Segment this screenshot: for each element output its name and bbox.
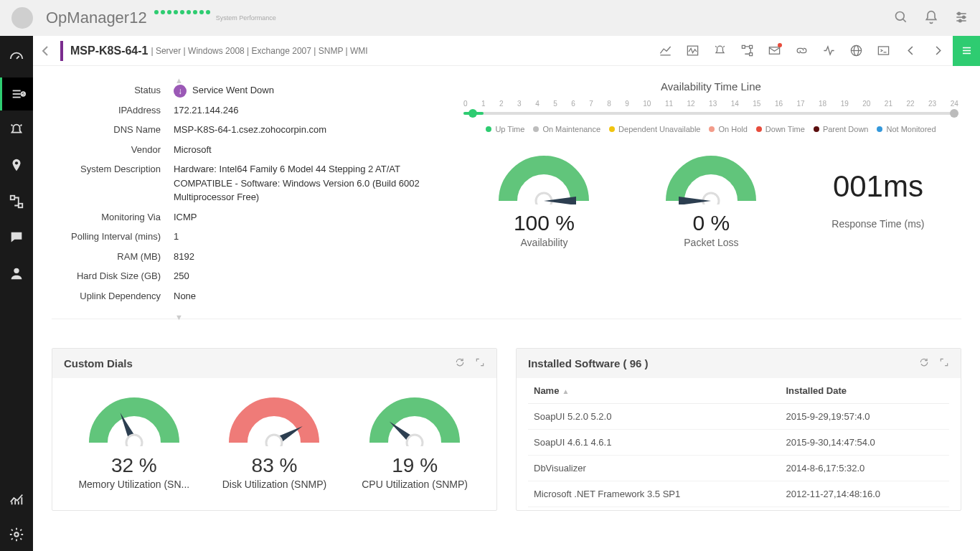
value-dns: MSP-K8S-64-1.csez.zohocorpin.com <box>174 123 446 137</box>
dial-label: Memory Utilization (SN... <box>66 479 202 490</box>
timeline-tick: 3 <box>517 100 522 108</box>
timeline-track[interactable] <box>463 112 958 115</box>
table-row[interactable]: DbVisualizer2014-8-6,17:5:32.0 <box>528 456 949 481</box>
svg-point-46 <box>266 435 282 446</box>
svg-point-44 <box>126 435 142 446</box>
timeline-tick: 20 <box>862 100 870 108</box>
refresh-icon[interactable] <box>919 357 929 369</box>
sidebar-item-alarms[interactable] <box>0 113 33 146</box>
collapse-up-icon[interactable]: ▲ <box>175 76 183 85</box>
label-ram: RAM (MB) <box>52 250 174 264</box>
label-dns: DNS Name <box>52 123 174 137</box>
svg-point-41 <box>703 193 719 204</box>
svg-line-26 <box>723 46 725 47</box>
svg-line-25 <box>715 46 717 47</box>
col-header-date[interactable]: Installed Date <box>780 378 949 404</box>
expand-icon[interactable] <box>939 357 949 369</box>
back-button[interactable] <box>33 36 57 66</box>
timeline-tick: 16 <box>775 100 783 108</box>
sidebar-item-reports[interactable] <box>0 482 33 515</box>
table-row[interactable]: SoapUI 5.2.0 5.2.02015-9-29,19:57:4.0 <box>528 404 949 430</box>
value-description: Hardware: Intel64 Family 6 Model 44 Step… <box>174 162 446 204</box>
timeline-tick: 1 <box>481 100 486 108</box>
card-title-custom-dials: Custom Dials <box>64 357 133 369</box>
device-meta: | Server | Windows 2008 | Exchange 2007 … <box>151 46 367 56</box>
legend-item: On Hold <box>709 125 747 133</box>
dial-label: CPU Utilization (SNMP) <box>347 479 483 490</box>
avatar[interactable] <box>11 7 33 29</box>
timeline-handle-start[interactable] <box>468 109 477 118</box>
svg-rect-28 <box>749 53 752 56</box>
dial: 83 %Disk Utilization (SNMP) <box>206 392 342 490</box>
svg-point-0 <box>896 11 905 20</box>
timeline-tick: 9 <box>625 100 629 108</box>
sidebar-item-user[interactable] <box>0 257 33 290</box>
prev-device-button[interactable] <box>898 39 923 63</box>
label-status: Status <box>52 83 174 98</box>
settings-sliders-icon[interactable] <box>954 10 969 27</box>
accent-bar <box>60 41 63 61</box>
legend-item: On Maintenance <box>533 125 600 133</box>
link-icon[interactable] <box>789 39 814 63</box>
timeline-tick: 18 <box>819 100 826 108</box>
value-uplink: None <box>174 289 446 303</box>
mail-icon[interactable] <box>762 39 786 63</box>
sidebar-item-dashboard[interactable] <box>0 42 33 75</box>
workflow-icon[interactable] <box>735 39 759 63</box>
timeline-tick: 22 <box>906 100 914 108</box>
svg-point-5 <box>958 12 960 14</box>
sidebar-item-settings[interactable] <box>0 518 33 551</box>
refresh-icon[interactable] <box>455 357 465 369</box>
svg-rect-16 <box>11 196 15 200</box>
card-title-software: Installed Software ( 96 ) <box>528 357 649 369</box>
svg-line-13 <box>11 125 13 126</box>
activity-icon[interactable] <box>816 39 841 63</box>
svg-rect-29 <box>749 45 752 48</box>
collapse-down-icon[interactable]: ▼ <box>175 313 183 321</box>
next-device-button[interactable] <box>925 39 950 63</box>
bell-icon[interactable] <box>924 10 938 27</box>
legend-item: Up Time <box>486 125 524 133</box>
cell-name: Microsoft .NET Framework 3.5 SP1 <box>528 481 780 507</box>
table-row[interactable]: SoapUI 4.6.1 4.6.12015-9-30,14:47:54.0 <box>528 430 949 456</box>
timeline-tick: 21 <box>885 100 892 108</box>
sidebar-item-chat[interactable] <box>0 221 33 254</box>
timeline-tick: 12 <box>687 100 695 108</box>
brand-name: OpManager12 <box>46 9 147 27</box>
device-header: MSP-K8S-64-1 | Server | Windows 2008 | E… <box>33 36 980 66</box>
expand-icon[interactable] <box>475 357 485 369</box>
gauge-packet-loss-label: Packet Loss <box>664 237 758 248</box>
device-name: MSP-K8S-64-1 <box>70 44 148 57</box>
svg-rect-34 <box>878 47 888 55</box>
globe-icon[interactable] <box>844 39 868 63</box>
dial-value: 19 % <box>347 454 483 477</box>
svg-line-8 <box>17 56 19 59</box>
svg-point-48 <box>407 435 423 446</box>
sidebar-item-workflow[interactable] <box>0 185 33 218</box>
brand-subtitle: System Performance <box>216 14 276 22</box>
table-row[interactable]: Microsoft .NET Framework 3.5 SP12012-11-… <box>528 481 949 507</box>
timeline-tick: 0 <box>463 100 468 108</box>
timeline-tick: 2 <box>499 100 504 108</box>
pulse-chart-icon[interactable] <box>680 39 705 63</box>
response-time-block: 001ms Response Time (ms) <box>831 151 924 248</box>
response-time-label: Response Time (ms) <box>831 218 924 230</box>
alarm-icon[interactable] <box>707 39 732 63</box>
cell-name: SoapUI 4.6.1 4.6.1 <box>528 430 780 456</box>
timeline-tick: 11 <box>665 100 673 108</box>
value-vendor: Microsoft <box>174 143 446 157</box>
cell-date: 2015-9-29,19:57:4.0 <box>780 404 949 430</box>
hamburger-menu-button[interactable] <box>953 36 980 66</box>
timeline-ticks: 0123456789101112131415161718192021222324 <box>461 100 961 108</box>
top-bar: OpManager12 System Performance <box>0 0 980 36</box>
cell-date: 2015-9-30,14:47:54.0 <box>780 430 949 456</box>
search-icon[interactable] <box>894 10 908 27</box>
chart-area-icon[interactable] <box>653 39 677 63</box>
sidebar-item-inventory[interactable] <box>0 77 33 110</box>
content-area: ▲ Status↓Service Went Down IPAddress172.… <box>33 66 980 551</box>
timeline-handle-end[interactable] <box>950 109 958 118</box>
terminal-icon[interactable] <box>871 39 895 63</box>
sidebar-item-maps[interactable] <box>0 149 33 182</box>
col-header-name[interactable]: Name▲ <box>528 378 780 404</box>
legend-item: Dependent Unavailable <box>609 125 700 133</box>
